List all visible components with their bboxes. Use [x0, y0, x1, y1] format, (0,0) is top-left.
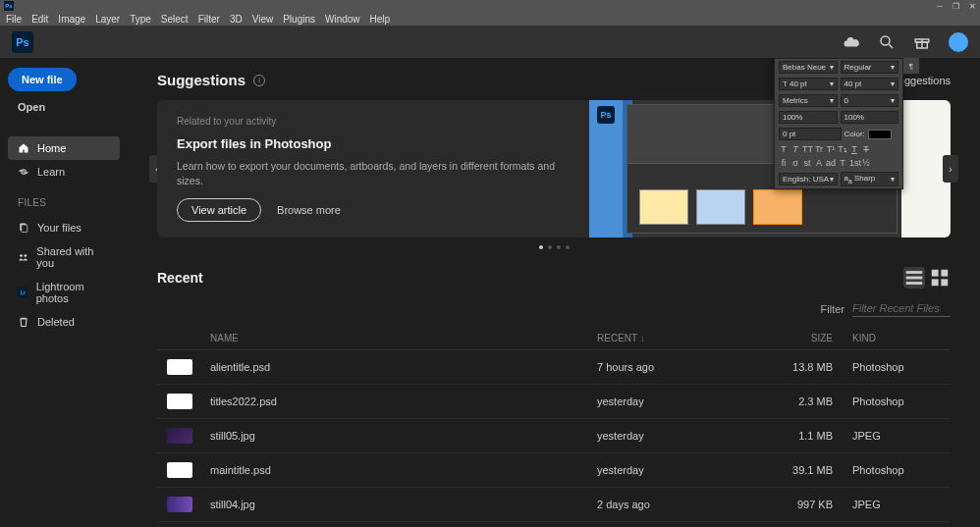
- filter-input[interactable]: [852, 300, 951, 317]
- font-style-field[interactable]: Regular▾: [841, 61, 899, 74]
- menu-3d[interactable]: 3D: [230, 14, 243, 25]
- search-icon[interactable]: [878, 33, 896, 51]
- file-row[interactable]: maintitle.psdyesterday39.1 MBPhotoshop: [157, 453, 951, 488]
- file-row[interactable]: still04.jpg2 days ago997 KBJPEG: [157, 488, 951, 522]
- recent-files-table: NAME RECENT↓ SIZE KIND alientitle.psd7 h…: [157, 327, 951, 522]
- hscale-field[interactable]: 100%: [841, 111, 899, 124]
- dot-4[interactable]: [566, 245, 570, 249]
- maximize-button[interactable]: ❐: [953, 2, 959, 11]
- menu-window[interactable]: Window: [325, 14, 360, 25]
- kerning-field[interactable]: Metrics▾: [779, 94, 838, 107]
- antialias-field[interactable]: aa Sharp▾: [841, 172, 899, 186]
- menu-type[interactable]: Type: [130, 14, 151, 25]
- menu-filter[interactable]: Filter: [198, 14, 220, 25]
- card-related-label: Related to your activity: [177, 116, 570, 127]
- dot-3[interactable]: [557, 245, 561, 249]
- type-tool-icon[interactable]: A: [907, 58, 915, 59]
- suggestions-title: Suggestions: [157, 72, 245, 88]
- svg-point-8: [20, 254, 23, 257]
- grid-view-button[interactable]: [929, 267, 951, 289]
- svg-point-0: [881, 36, 890, 45]
- gift-icon[interactable]: [913, 33, 931, 51]
- files-lightroom-photos[interactable]: LrLightroom photos: [8, 275, 120, 310]
- minimize-button[interactable]: ─: [937, 2, 943, 11]
- dot-1[interactable]: [539, 245, 543, 249]
- files-your-files[interactable]: Your files: [8, 216, 120, 239]
- file-thumbnail: [167, 359, 192, 375]
- svg-rect-16: [941, 270, 948, 277]
- menu-file[interactable]: File: [6, 14, 22, 25]
- home-icon: [18, 142, 29, 154]
- nav-home[interactable]: Home: [8, 136, 120, 160]
- file-name: titles2022.psd: [210, 395, 597, 407]
- file-recent: yesterday: [597, 464, 774, 476]
- file-recent: yesterday: [597, 395, 774, 407]
- app-badge: Ps: [4, 1, 14, 11]
- filter-label: Filter: [821, 303, 844, 315]
- menu-image[interactable]: Image: [58, 14, 85, 25]
- file-kind: JPEG: [852, 499, 941, 510]
- file-kind: Photoshop: [852, 464, 941, 476]
- content-area: Suggestions i ⌃ Hide suggestions Charact…: [128, 58, 980, 527]
- col-name-header[interactable]: NAME: [210, 333, 597, 343]
- svg-rect-18: [941, 279, 948, 286]
- trash-icon: [18, 316, 29, 328]
- shared-icon: [18, 251, 28, 263]
- card-title: Export files in Photoshop: [177, 136, 570, 151]
- svg-rect-14: [906, 282, 923, 285]
- nav-learn[interactable]: Learn: [8, 160, 120, 184]
- files-section-label: FILES: [8, 187, 120, 212]
- svg-rect-15: [932, 270, 939, 277]
- font-size-field[interactable]: T 40 pt▾: [779, 78, 838, 90]
- files-shared-with-you[interactable]: Shared with you: [8, 239, 120, 275]
- user-avatar[interactable]: [949, 32, 968, 52]
- character-panel[interactable]: Character Paragraph »≡ A ¶ Bebas Neue▾Re…: [774, 58, 903, 189]
- file-kind: Photoshop: [852, 395, 941, 407]
- col-kind-header[interactable]: KIND: [852, 333, 941, 343]
- file-row[interactable]: alientitle.psd7 hours ago13.8 MBPhotosho…: [157, 350, 951, 385]
- browse-more-link[interactable]: Browse more: [277, 204, 341, 216]
- menu-plugins[interactable]: Plugins: [283, 14, 315, 25]
- view-article-button[interactable]: View article: [177, 198, 261, 222]
- menu-select[interactable]: Select: [161, 14, 189, 25]
- menu-help[interactable]: Help: [370, 14, 391, 25]
- files-icon: [18, 222, 29, 234]
- language-field[interactable]: English: USA▾: [779, 173, 838, 185]
- close-button[interactable]: ✕: [969, 2, 976, 11]
- menu-layer[interactable]: Layer: [95, 14, 120, 25]
- cloud-icon[interactable]: [843, 33, 860, 51]
- menu-edit[interactable]: Edit: [31, 14, 48, 25]
- menu-view[interactable]: View: [252, 14, 274, 25]
- vscale-field[interactable]: 100%: [779, 111, 838, 124]
- leading-field[interactable]: 40 pt▾: [841, 78, 899, 90]
- new-file-button[interactable]: New file: [8, 68, 77, 91]
- baseline-field[interactable]: 0 pt: [779, 128, 842, 140]
- opentype-row: fiσstAadT1st½: [775, 156, 902, 170]
- svg-rect-17: [932, 279, 939, 286]
- file-size: 13.8 MB: [774, 361, 852, 373]
- file-kind: JPEG: [852, 430, 941, 442]
- file-size: 2.3 MB: [774, 395, 852, 407]
- file-size: 997 KB: [774, 499, 852, 510]
- carousel-next-button[interactable]: ›: [943, 155, 958, 183]
- file-size: 1.1 MB: [774, 430, 852, 442]
- sort-arrow-icon: ↓: [640, 335, 644, 343]
- file-thumbnail: [167, 394, 192, 409]
- font-family-field[interactable]: Bebas Neue▾: [779, 61, 838, 74]
- color-swatch[interactable]: [868, 130, 892, 139]
- file-row[interactable]: still05.jpgyesterday1.1 MBJPEG: [157, 419, 951, 453]
- paragraph-tool-icon[interactable]: ¶: [909, 62, 913, 71]
- tracking-field[interactable]: 0▾: [841, 94, 899, 107]
- col-recent-header[interactable]: RECENT↓: [597, 333, 774, 343]
- file-thumbnail: [167, 497, 192, 512]
- list-view-button[interactable]: [903, 267, 925, 289]
- col-size-header[interactable]: SIZE: [774, 333, 852, 343]
- info-icon[interactable]: i: [253, 75, 265, 86]
- file-size: 39.1 MB: [774, 464, 852, 476]
- files-deleted[interactable]: Deleted: [8, 310, 120, 334]
- ps-logo[interactable]: Ps: [12, 31, 33, 53]
- dot-2[interactable]: [548, 245, 552, 249]
- card-description: Learn how to export your documents, artb…: [177, 159, 570, 187]
- file-row[interactable]: titles2022.psdyesterday2.3 MBPhotoshop: [157, 385, 951, 419]
- open-button[interactable]: Open: [8, 95, 120, 119]
